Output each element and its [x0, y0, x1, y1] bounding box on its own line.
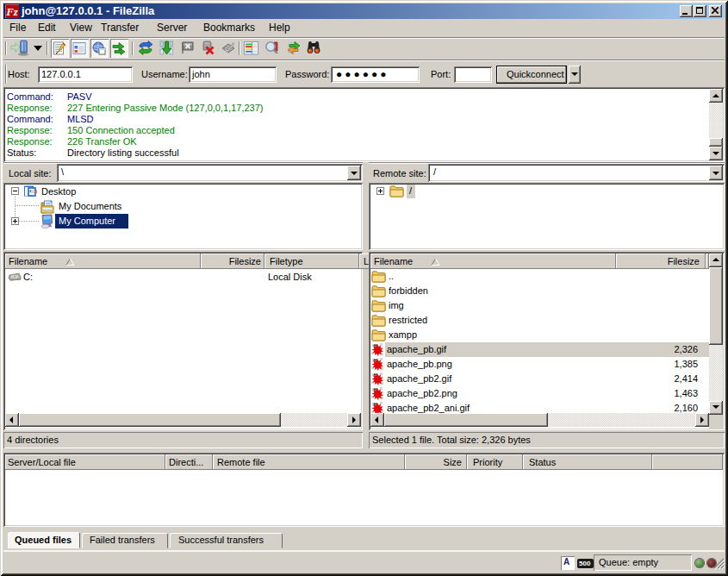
svg-text:Fz: Fz — [5, 5, 19, 18]
